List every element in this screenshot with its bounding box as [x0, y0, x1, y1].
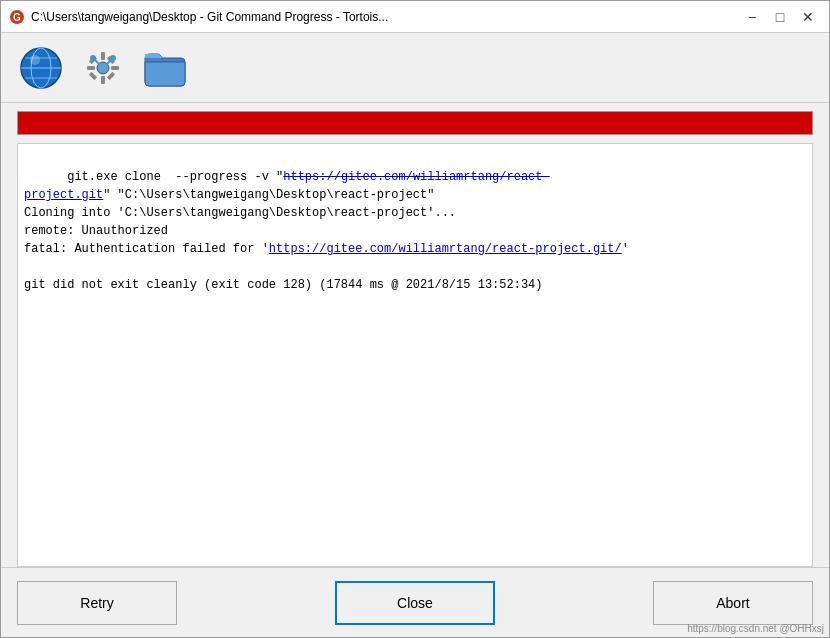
svg-rect-12 — [111, 66, 119, 70]
window-title: C:\Users\tangweigang\Desktop - Git Comma… — [31, 10, 739, 24]
footer-left: Retry — [17, 581, 282, 625]
svg-rect-10 — [101, 76, 105, 84]
progress-bar-fill — [18, 112, 812, 134]
window-controls: − □ ✕ — [739, 6, 821, 28]
output-line-1-prefix: git.exe clone --progress -v " — [67, 170, 283, 184]
output-line-3: remote: Unauthorized — [24, 224, 168, 238]
abort-button[interactable]: Abort — [653, 581, 813, 625]
footer-center: Close — [282, 581, 547, 625]
minimize-button[interactable]: − — [739, 6, 765, 28]
window-icon: G — [9, 9, 25, 25]
svg-rect-14 — [107, 71, 115, 79]
output-line-1-suffix: project.git" "C:\Users\tangweigang\Deskt… — [24, 188, 434, 202]
output-link-1[interactable]: https://gitee.com/williamrtang/react- — [283, 170, 549, 184]
output-error-line: git did not exit cleanly (exit code 128)… — [24, 278, 542, 292]
toolbar — [1, 33, 829, 103]
watermark: https://blog.csdn.net @OHHxsj — [687, 623, 824, 634]
globe-svg — [17, 44, 65, 92]
svg-point-20 — [110, 55, 116, 61]
output-line-4: fatal: Authentication failed for 'https:… — [24, 242, 629, 256]
close-window-button[interactable]: ✕ — [795, 6, 821, 28]
svg-rect-11 — [87, 66, 95, 70]
svg-point-21 — [98, 63, 108, 73]
main-window: G C:\Users\tangweigang\Desktop - Git Com… — [0, 0, 830, 638]
globe-toolbar-icon — [17, 44, 65, 92]
svg-rect-15 — [89, 71, 97, 79]
svg-text:G: G — [13, 12, 21, 23]
close-button[interactable]: Close — [335, 581, 495, 625]
output-console[interactable]: git.exe clone --progress -v "https://git… — [17, 143, 813, 567]
output-line-2: Cloning into 'C:\Users\tangweigang\Deskt… — [24, 206, 456, 220]
progress-section — [1, 103, 829, 143]
progress-bar-container — [17, 111, 813, 135]
svg-rect-9 — [101, 52, 105, 60]
footer-right: Abort — [548, 581, 813, 625]
svg-point-19 — [90, 55, 96, 61]
gear-svg — [85, 50, 121, 86]
output-content: git.exe clone --progress -v "https://git… — [24, 150, 806, 312]
retry-button[interactable]: Retry — [17, 581, 177, 625]
title-bar: G C:\Users\tangweigang\Desktop - Git Com… — [1, 1, 829, 33]
gear-network-toolbar-icon — [85, 50, 121, 86]
folder-toolbar-icon — [141, 44, 189, 92]
svg-point-7 — [30, 55, 40, 65]
folder-svg — [141, 44, 189, 92]
maximize-button[interactable]: □ — [767, 6, 793, 28]
